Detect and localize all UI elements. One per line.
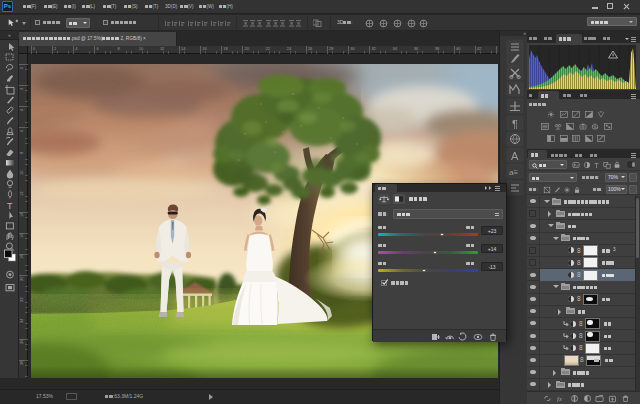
svg-text:fx: fx bbox=[557, 395, 562, 402]
svg-text:a≡: a≡ bbox=[509, 168, 518, 177]
svg-text:A: A bbox=[511, 150, 519, 162]
svg-text:T: T bbox=[7, 201, 13, 211]
svg-text:¶: ¶ bbox=[512, 118, 518, 130]
svg-text:T: T bbox=[595, 162, 599, 169]
